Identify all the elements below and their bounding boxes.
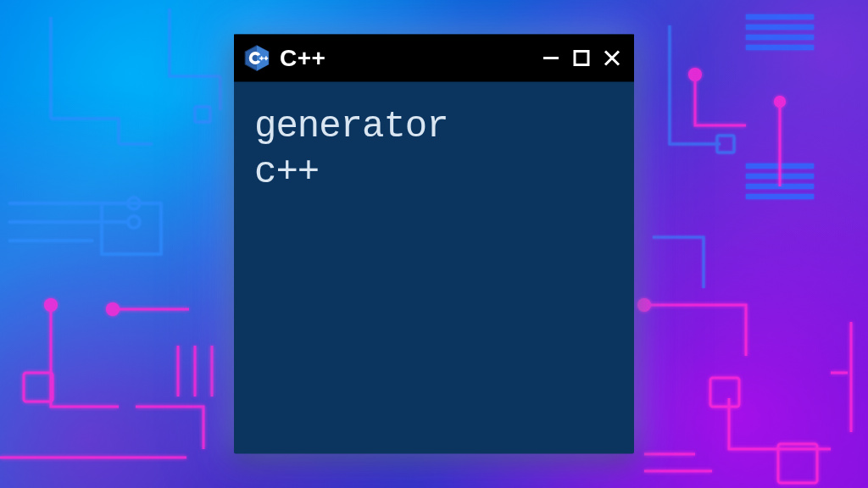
minimize-button[interactable] <box>541 48 561 69</box>
app-window: C++ generator c++ <box>234 35 634 454</box>
maximize-button[interactable] <box>571 48 592 69</box>
window-title: C++ <box>280 45 326 72</box>
cpp-hex-icon <box>242 44 271 73</box>
content-line-2: c++ <box>254 149 614 195</box>
content-line-1: generator <box>254 104 614 150</box>
svg-rect-17 <box>264 58 269 59</box>
close-button[interactable] <box>602 48 622 69</box>
svg-rect-15 <box>259 58 264 59</box>
titlebar: C++ <box>234 35 634 82</box>
window-content: generator c++ <box>234 82 634 217</box>
svg-rect-19 <box>575 52 588 65</box>
window-controls <box>541 48 622 69</box>
